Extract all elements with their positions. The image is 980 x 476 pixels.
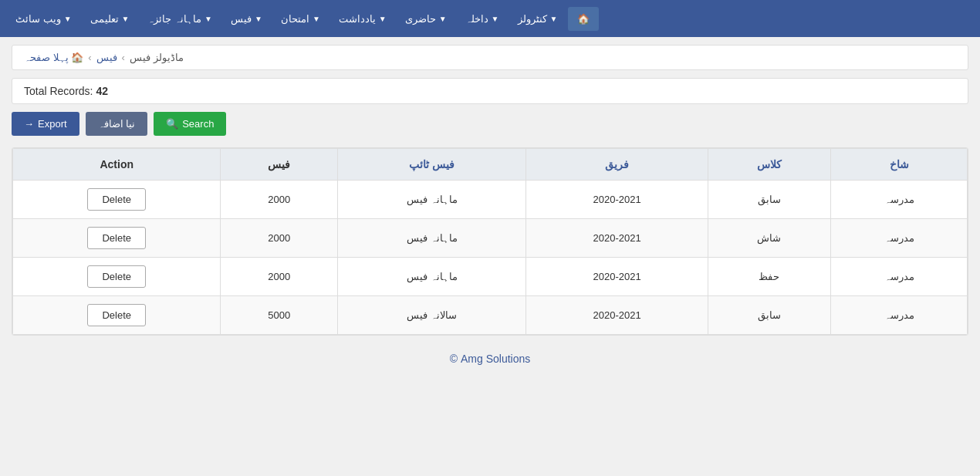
nav-fees[interactable]: ▼ فیس <box>223 8 270 29</box>
login-arrow-icon: ▼ <box>492 15 499 23</box>
exam-arrow-icon: ▼ <box>313 15 320 23</box>
delete-button-0[interactable]: Delete <box>87 188 146 211</box>
home-button[interactable]: 🏠 <box>568 7 599 31</box>
data-table: شاخ کلاس فریق فیس ٹائپ فیس Act <box>12 148 968 335</box>
breadcrumb-sep2: › <box>122 52 125 63</box>
cell-0-4: 2000 <box>221 181 338 219</box>
home-icon: 🏠 <box>71 52 83 63</box>
table-row: مدرسہسابق2020-2021سالانہ فیس5000Delete <box>13 296 968 335</box>
cell-1-4: 2000 <box>221 219 338 258</box>
search-icon: 🔍 <box>166 118 178 130</box>
main-content: ماڈیولز فیس › فیس › 🏠 پہلا صفحہ Total Re… <box>0 37 980 343</box>
nav-controllers[interactable]: ▼ کنٹرولز <box>510 8 566 29</box>
nav-notes[interactable]: ▼ یادداشت <box>331 8 394 29</box>
cell-action-3: Delete <box>13 296 221 335</box>
nav-attendance-label: حاضری <box>405 13 436 25</box>
cell-2-2: 2020-2021 <box>526 258 708 296</box>
controllers-arrow-icon: ▼ <box>550 15 558 23</box>
add-button[interactable]: نیا اضافہ <box>86 112 148 136</box>
attendance-arrow-icon: ▼ <box>439 15 447 23</box>
records-bar: Total Records: 42 <box>12 78 968 104</box>
fees-arrow-icon: ▼ <box>255 15 262 23</box>
cell-0-1: سابق <box>708 181 830 219</box>
col-fee: فیس <box>221 149 338 181</box>
toolbar: → Export نیا اضافہ 🔍 Search <box>12 112 968 136</box>
cell-2-4: 2000 <box>221 258 338 296</box>
cell-action-2: Delete <box>13 258 221 296</box>
cell-action-1: Delete <box>13 219 221 258</box>
records-label: Total Records: <box>24 85 93 97</box>
col-action: Action <box>13 149 221 181</box>
table-row: مدرسہشاش2020-2021ماہانہ فیس2000Delete <box>13 219 968 258</box>
export-arrow-icon: → <box>24 118 34 130</box>
nav-exam-label: امتحان <box>281 13 309 25</box>
nav-notes-label: یادداشت <box>339 13 376 25</box>
delete-button-2[interactable]: Delete <box>87 265 146 288</box>
col-group[interactable]: فریق <box>526 149 708 181</box>
search-button[interactable]: 🔍 Search <box>154 112 226 136</box>
data-table-container: شاخ کلاس فریق فیس ٹائپ فیس Act <box>12 147 968 336</box>
monthly-arrow-icon: ▼ <box>204 15 212 23</box>
nav-controllers-label: کنٹرولز <box>518 13 547 25</box>
navbar: 🏠 ▼ کنٹرولز ▼ داخلہ ▼ حاضری ▼ یادداشت ▼ … <box>0 0 980 37</box>
col-fee-type[interactable]: فیس ٹائپ <box>338 149 526 181</box>
nav-attendance[interactable]: ▼ حاضری <box>397 8 455 29</box>
nav-monthly-label: ماہانہ جائزہ <box>147 13 201 25</box>
table-row: مدرسہحفظ2020-2021ماہانہ فیس2000Delete <box>13 258 968 296</box>
table-row: مدرسہسابق2020-2021ماہانہ فیس2000Delete <box>13 181 968 219</box>
cell-3-4: 5000 <box>221 296 338 335</box>
cell-action-0: Delete <box>13 181 221 219</box>
cell-1-3: ماہانہ فیس <box>338 219 526 258</box>
nav-education[interactable]: ▼ تعلیمی <box>83 8 137 29</box>
cell-1-1: شاش <box>708 219 830 258</box>
nav-login[interactable]: ▼ داخلہ <box>458 8 507 29</box>
records-count: 42 <box>96 85 108 97</box>
nav-website[interactable]: ▼ ویب سائٹ <box>8 8 79 29</box>
table-header-row: شاخ کلاس فریق فیس ٹائپ فیس Act <box>13 149 968 181</box>
notes-arrow-icon: ▼ <box>379 15 387 23</box>
breadcrumb-sep1: › <box>88 52 91 63</box>
nav-website-label: ویب سائٹ <box>15 13 61 25</box>
delete-button-3[interactable]: Delete <box>87 304 146 326</box>
delete-button-1[interactable]: Delete <box>87 227 146 249</box>
cell-3-0: مدرسہ <box>831 296 968 335</box>
breadcrumb-home-link[interactable]: 🏠 پہلا صفحہ <box>24 52 83 63</box>
cell-2-3: ماہانہ فیس <box>338 258 526 296</box>
footer-label: Amg Solutions © <box>450 353 531 365</box>
website-arrow-icon: ▼ <box>64 15 72 23</box>
cell-2-1: حفظ <box>708 258 830 296</box>
nav-login-label: داخلہ <box>465 13 488 25</box>
export-button[interactable]: → Export <box>12 112 79 136</box>
footer: Amg Solutions © <box>0 343 980 374</box>
cell-1-0: مدرسہ <box>831 219 968 258</box>
nav-fees-label: فیس <box>231 13 252 25</box>
col-branch[interactable]: شاخ <box>831 149 968 181</box>
col-class[interactable]: کلاس <box>708 149 830 181</box>
cell-0-0: مدرسہ <box>831 181 968 219</box>
cell-3-1: سابق <box>708 296 830 335</box>
education-arrow-icon: ▼ <box>122 15 130 23</box>
cell-3-3: سالانہ فیس <box>338 296 526 335</box>
cell-3-2: 2020-2021 <box>526 296 708 335</box>
table-body: مدرسہسابق2020-2021ماہانہ فیس2000Deleteمد… <box>13 181 968 335</box>
breadcrumb: ماڈیولز فیس › فیس › 🏠 پہلا صفحہ <box>12 45 968 70</box>
cell-2-0: مدرسہ <box>831 258 968 296</box>
breadcrumb-fees-link[interactable]: فیس <box>96 52 117 63</box>
cell-1-2: 2020-2021 <box>526 219 708 258</box>
nav-education-label: تعلیمی <box>90 13 119 25</box>
nav-exam[interactable]: ▼ امتحان <box>273 8 328 29</box>
cell-0-3: ماہانہ فیس <box>338 181 526 219</box>
breadcrumb-current: ماڈیولز فیس <box>130 52 184 63</box>
nav-monthly[interactable]: ▼ ماہانہ جائزہ <box>140 8 220 29</box>
cell-0-2: 2020-2021 <box>526 181 708 219</box>
